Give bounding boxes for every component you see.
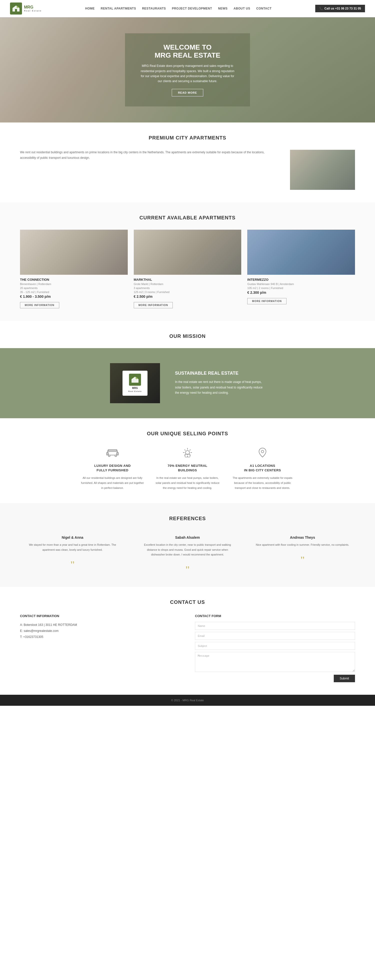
mission-section: MRGReal Estate SUSTAINABLE REAL ESTATE I…	[0, 348, 375, 418]
contact-form: CONTACT FORM Submit	[195, 614, 355, 682]
apartment-size-3: 105 m2 | 2 rooms | Furnished	[247, 286, 355, 290]
contact-grid: CONTACT INFORMATION A: Botersloot 163 | …	[20, 614, 355, 682]
svg-line-19	[185, 450, 185, 450]
apartment-price-1: € 1.900 - 3.500 p/m	[20, 294, 128, 299]
nav-home[interactable]: HOME	[85, 7, 95, 10]
apartment-name-2: MARKTHAL	[134, 278, 242, 282]
apartment-address-2: Grote Markt | Rotterdam	[134, 283, 242, 285]
contact-section: CONTACT US CONTACT INFORMATION A: Boters…	[0, 587, 375, 695]
sun-icon	[180, 445, 195, 460]
selling-desc-2: In the real estate we use heat pumps, so…	[155, 476, 220, 490]
contact-info-title: CONTACT INFORMATION	[20, 614, 180, 618]
selling-name-2: 70% ENERGY NEUTRAL BUILDINGS	[155, 464, 220, 473]
nav-project[interactable]: PROJECT DEVELOPMENT	[172, 7, 212, 10]
reference-text-3: Nice apartment with floor cooling in sum…	[255, 542, 350, 547]
apartment-price-3: € 2.300 p/m	[247, 291, 355, 294]
mission-heading: OUR MISSION	[20, 333, 355, 339]
apartment-cta-3[interactable]: MORE INFORMATION	[247, 298, 286, 304]
logo-text: MRG Real Estate	[24, 5, 42, 12]
apartment-address-3: Gustav Mahleraan 940 B | Amsterdam	[247, 283, 355, 285]
svg-rect-2	[15, 9, 17, 11]
reference-name-3: Andreas Theys	[255, 535, 350, 539]
svg-point-4	[17, 5, 19, 7]
nav-restaurants[interactable]: RESTAURANTS	[142, 7, 166, 10]
mission-title-section: OUR MISSION	[0, 321, 375, 339]
contact-info: CONTACT INFORMATION A: Botersloot 163 | …	[20, 614, 180, 682]
svg-rect-12	[115, 455, 117, 457]
form-email-input[interactable]	[195, 632, 355, 640]
reference-quote-2: ,,	[140, 561, 235, 569]
navbar: MRG Real Estate HOME RENTAL APARTMENTS R…	[0, 0, 375, 17]
svg-rect-11	[109, 455, 110, 457]
svg-line-21	[190, 450, 190, 450]
reference-card-3: Andreas Theys Nice apartment with floor …	[250, 530, 355, 574]
apartment-address-1: Binnenhaven | Rotterdam	[20, 283, 128, 285]
selling-item-3: A1 LOCATIONS IN BIG CITY CENTERS The apa…	[230, 445, 295, 491]
form-name-input[interactable]	[195, 622, 355, 630]
mission-logo: MRGReal Estate	[122, 371, 147, 396]
apartment-image-2	[134, 230, 242, 275]
reference-text-2: Excellent location in the city center, n…	[140, 542, 235, 557]
selling-name-3: A1 LOCATIONS IN BIG CITY CENTERS	[230, 464, 295, 473]
form-message-input[interactable]	[195, 652, 355, 672]
apartment-name-1: THE CONNECTION	[20, 278, 128, 282]
references-grid: Nigel & Anna We stayed for more than a y…	[20, 530, 355, 574]
footer: © 2021 - MRG Real Estate	[0, 695, 375, 706]
apartment-size-1: 35 - 125 m2 | Furnished	[20, 291, 128, 294]
apartment-units-1: 20 apartments	[20, 286, 128, 290]
form-subject-input[interactable]	[195, 642, 355, 650]
hero-content: WELCOME TO MRG REAL ESTATE MRG Real Esta…	[125, 33, 250, 107]
mission-description: In the real estate we rent out there is …	[175, 379, 265, 396]
reference-card-1: Nigel & Anna We stayed for more than a y…	[20, 530, 125, 574]
mission-logo-icon	[129, 374, 141, 386]
premium-title: PREMIUM CITY APARTMENTS	[20, 135, 355, 141]
form-submit-button[interactable]: Submit	[334, 675, 355, 682]
nav-phone[interactable]: 📞 Call us +31 06 23 73 31 05	[315, 5, 365, 12]
hero-title: WELCOME TO MRG REAL ESTATE	[140, 43, 235, 59]
apartment-card-1: THE CONNECTION Binnenhaven | Rotterdam 2…	[20, 230, 128, 308]
apartments-section: CURRENT AVAILABLE APARTMENTS THE CONNECT…	[0, 202, 375, 321]
hero-section: WELCOME TO MRG REAL ESTATE MRG Real Esta…	[0, 17, 375, 123]
reference-quote-1: ,,	[25, 556, 120, 564]
svg-rect-8	[108, 450, 117, 455]
nav-rental[interactable]: RENTAL APARTMENTS	[101, 7, 136, 10]
reference-name-1: Nigel & Anna	[25, 535, 120, 539]
premium-image-inner	[290, 150, 355, 190]
apartments-title: CURRENT AVAILABLE APARTMENTS	[20, 215, 355, 221]
apartment-card-2: MARKTHAL Grote Markt | Rotterdam 3 apart…	[134, 230, 242, 308]
contact-address: A: Botersloot 163 | 3011 HE ROTTERDAM	[20, 622, 180, 628]
logo[interactable]: MRG Real Estate	[10, 3, 42, 14]
reference-text-1: We stayed for more than a year and had a…	[25, 542, 120, 552]
phone-icon: 📞	[319, 7, 323, 10]
selling-name-1: LUXURY DESIGN AND FULLY FURNISHED	[80, 464, 145, 473]
selling-item-1: LUXURY DESIGN AND FULLY FURNISHED All ou…	[80, 445, 145, 491]
svg-point-24	[261, 450, 264, 453]
premium-section: PREMIUM CITY APARTMENTS We rent out resi…	[0, 123, 375, 202]
apartment-units-2: 3 apartments	[134, 286, 242, 290]
hero-cta-button[interactable]: READ MORE	[172, 89, 203, 96]
reference-name-2: Sabah Alsalem	[140, 535, 235, 539]
nav-links: HOME RENTAL APARTMENTS RESTAURANTS PROJE…	[85, 7, 272, 10]
references-title: REFERENCES	[20, 515, 355, 522]
apartment-cta-2[interactable]: MORE INFORMATION	[134, 302, 173, 308]
apartment-image-1	[20, 230, 128, 275]
location-icon	[255, 445, 269, 460]
mission-content: SUSTAINABLE REAL ESTATE In the real esta…	[175, 371, 265, 396]
apartment-cta-1[interactable]: MORE INFORMATION	[20, 302, 59, 308]
selling-desc-1: All our residential buildings are design…	[80, 476, 145, 490]
nav-about[interactable]: ABOUT US	[234, 7, 250, 10]
selling-item-2: 70% ENERGY NEUTRAL BUILDINGS In the real…	[155, 445, 220, 491]
selling-section: OUR UNIQUE SELLING POINTS LUXURY DESIGN …	[0, 418, 375, 503]
nav-news[interactable]: NEWS	[218, 7, 228, 10]
nav-contact[interactable]: CONTACT	[256, 7, 272, 10]
selling-title: OUR UNIQUE SELLING POINTS	[20, 431, 355, 436]
mission-image-container: MRGReal Estate	[110, 363, 160, 403]
hero-description: MRG Real Estate does property management…	[140, 64, 235, 84]
reference-quote-3: ,,	[255, 552, 350, 560]
sofa-icon	[106, 445, 120, 460]
apartment-card-3: INTERMEZZO Gustav Mahleraan 940 B | Amst…	[247, 230, 355, 308]
selling-desc-3: The apartments are extremely suitable fo…	[230, 476, 295, 490]
footer-text: © 2021 - MRG Real Estate	[171, 699, 204, 702]
premium-text: We rent out residential buildings and ap…	[20, 150, 280, 161]
contact-phone: T: +31623731305	[20, 634, 180, 640]
